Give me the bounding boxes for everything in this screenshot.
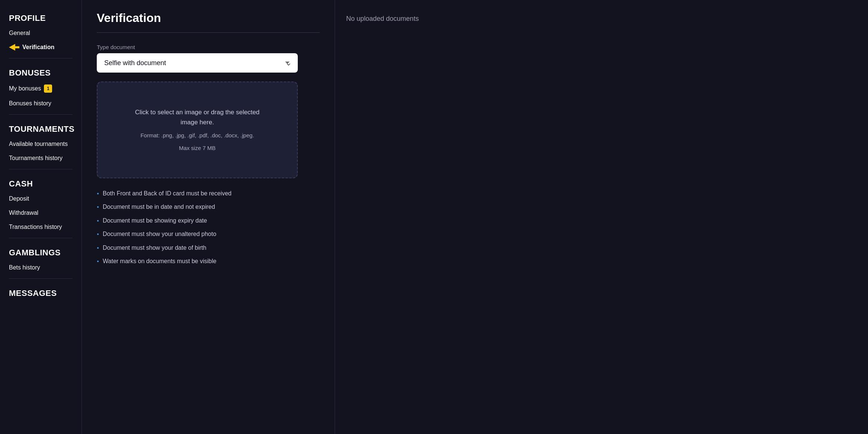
sidebar-section-tournaments: TOURNAMENTS Available tournaments Tourna… (0, 118, 82, 169)
sidebar-divider (9, 58, 73, 58)
sidebar-item-label: Verification (22, 44, 54, 51)
sidebar-item-bets-history[interactable]: Bets history (0, 261, 82, 275)
sidebar-item-label: Bonuses history (9, 100, 51, 107)
sidebar-item-label: Transactions history (9, 224, 62, 230)
sidebar-divider (9, 238, 73, 238)
requirement-item: Document must show your unaltered photo (97, 230, 298, 238)
sidebar-item-bonuses-history[interactable]: Bonuses history (0, 96, 82, 111)
drop-zone-format: Format: .png, .jpg, .gif, .pdf, .doc, .d… (135, 131, 260, 140)
sidebar-item-deposit[interactable]: Deposit (0, 192, 82, 206)
sidebar-item-my-bonuses[interactable]: My bonuses 1 (0, 81, 82, 96)
title-divider (97, 32, 320, 33)
sidebar-item-transactions-history[interactable]: Transactions history (0, 220, 82, 234)
sidebar: PROFILE General Verification BONUSES My … (0, 0, 82, 434)
sidebar-item-tournaments-history[interactable]: Tournaments history (0, 151, 82, 165)
document-type-label: Type document (97, 44, 320, 50)
sidebar-item-label: Deposit (9, 195, 29, 202)
page-title: Verification (97, 11, 320, 25)
sidebar-item-withdrawal[interactable]: Withdrawal (0, 206, 82, 220)
sidebar-item-label: General (9, 30, 30, 36)
arrow-icon (9, 44, 19, 51)
sidebar-section-title-gamblings: GAMBLINGS (0, 242, 82, 261)
right-panel: No uploaded documents (335, 0, 454, 434)
sidebar-item-verification[interactable]: Verification (0, 40, 82, 54)
sidebar-divider (9, 169, 73, 169)
requirement-item: Document must show your date of birth (97, 244, 298, 252)
sidebar-divider (9, 278, 73, 279)
sidebar-section-cash: CASH Deposit Withdrawal Transactions his… (0, 173, 82, 238)
sidebar-section-title-tournaments: TOURNAMENTS (0, 118, 82, 137)
sidebar-section-title-bonuses: BONUSES (0, 62, 82, 81)
sidebar-item-available-tournaments[interactable]: Available tournaments (0, 137, 82, 151)
sidebar-item-label: Bets history (9, 264, 40, 271)
sidebar-item-label: Tournaments history (9, 155, 63, 162)
sidebar-item-label: Withdrawal (9, 210, 38, 216)
drop-zone-size: Max size 7 MB (135, 144, 260, 153)
sidebar-item-label: My bonuses (9, 85, 41, 92)
sidebar-section-title-profile: PROFILE (0, 7, 82, 26)
sidebar-section-profile: PROFILE General Verification (0, 7, 82, 58)
requirement-item: Both Front and Back of ID card must be r… (97, 189, 298, 198)
requirements-list: Both Front and Back of ID card must be r… (97, 189, 298, 265)
bonuses-badge: 1 (44, 84, 52, 93)
drop-zone-line2: image here. (135, 117, 260, 127)
drop-zone-text: Click to select an image or drag the sel… (135, 107, 260, 153)
sidebar-divider (9, 114, 73, 115)
requirement-item: Water marks on documents must be visible (97, 257, 298, 265)
drop-zone-line1: Click to select an image or drag the sel… (135, 107, 260, 117)
requirement-item: Document must be in date and not expired (97, 203, 298, 211)
main-content: Verification Type document Selfie with d… (82, 0, 335, 434)
no-uploaded-docs-text: No uploaded documents (346, 15, 443, 23)
sidebar-item-label: Available tournaments (9, 141, 68, 147)
sidebar-section-title-cash: CASH (0, 173, 82, 192)
sidebar-section-bonuses: BONUSES My bonuses 1 Bonuses history (0, 62, 82, 115)
drop-zone[interactable]: Click to select an image or drag the sel… (97, 82, 298, 178)
document-type-wrapper: Selfie with document Passport ID Card Dr… (97, 53, 298, 73)
sidebar-item-general[interactable]: General (0, 26, 82, 40)
document-type-select[interactable]: Selfie with document Passport ID Card Dr… (97, 53, 298, 73)
sidebar-section-gamblings: GAMBLINGS Bets history (0, 242, 82, 279)
requirement-item: Document must be showing expiry date (97, 217, 298, 225)
sidebar-section-title-messages: MESSAGES (0, 283, 82, 301)
sidebar-section-messages: MESSAGES (0, 283, 82, 301)
